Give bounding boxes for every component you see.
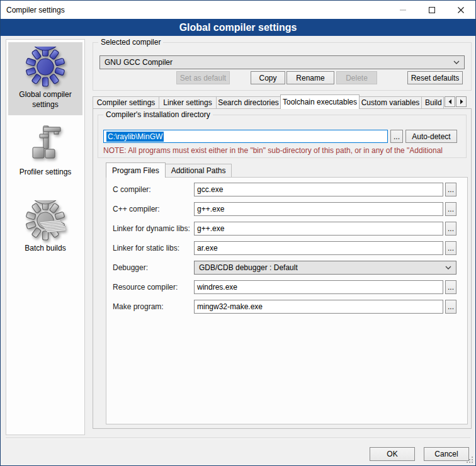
tab-search-directories[interactable]: Search directories — [216, 96, 281, 108]
selected-compiler-group-label: Selected compiler — [98, 38, 163, 47]
window-title: Compiler settings — [1, 6, 65, 14]
input-value: gcc.exe — [197, 185, 223, 194]
installation-note: NOTE: All programs must exist either in … — [103, 146, 463, 155]
select-value: GDB/CDB debugger : Default — [199, 263, 298, 272]
field-row-make-program: Make program:mingw32-make.exe... — [106, 300, 467, 314]
field-label: Debugger: — [113, 263, 148, 272]
resource-compiler-input[interactable]: windres.exe — [194, 280, 443, 294]
compiler-select-value: GNU GCC Compiler — [105, 58, 173, 67]
dialog-header-title: Global compiler settings — [179, 22, 297, 33]
tab-scroll-right-icon[interactable] — [456, 96, 467, 107]
browse-button[interactable]: ... — [445, 222, 456, 236]
program-files-panel: C compiler:gcc.exe...C++ compiler:g++.ex… — [106, 177, 468, 424]
installation-directory-group-label: Compiler's installation directory — [103, 110, 213, 119]
installation-directory-input[interactable]: C:\raylib\MinGW — [103, 130, 388, 143]
sidebar-item-global-compiler-settings[interactable]: Global compiler settings — [8, 42, 82, 115]
input-value: ar.exe — [197, 244, 218, 253]
c-compiler-input[interactable]: g++.exe — [194, 202, 443, 216]
field-label: Resource compiler: — [113, 283, 178, 292]
browse-button[interactable]: ... — [445, 202, 456, 216]
subtab-label: Program Files — [112, 166, 159, 175]
titlebar: Compiler settings — [1, 1, 475, 19]
chevron-down-icon — [445, 266, 451, 270]
settings-tabstrip: Compiler settingsLinker settingsSearch d… — [93, 94, 472, 109]
browse-button[interactable]: ... — [445, 241, 456, 255]
field-label: C++ compiler: — [113, 205, 160, 213]
subtab-additional-paths[interactable]: Additional Paths — [165, 164, 232, 177]
linker-for-dynamic-libs-input[interactable]: g++.exe — [194, 222, 443, 236]
field-row-linker-for-static-libs: Linker for static libs:ar.exe... — [106, 241, 467, 255]
dialog-header: Global compiler settings — [1, 19, 475, 36]
c-compiler-input[interactable]: gcc.exe — [194, 183, 443, 196]
tab-build-options[interactable]: Build options — [421, 96, 444, 108]
program-files-tabstrip: Program FilesAdditional Paths — [106, 162, 231, 178]
installation-directory-group: Compiler's installation directory C:\ray… — [98, 115, 467, 158]
installation-directory-value: C:\raylib\MinGW — [106, 132, 164, 142]
field-row-c-compiler: C++ compiler:g++.exe... — [106, 202, 467, 216]
copy-button[interactable]: Copy — [251, 71, 285, 84]
input-value: windres.exe — [197, 283, 237, 292]
close-icon[interactable] — [446, 1, 475, 19]
cancel-button[interactable]: Cancel — [424, 447, 469, 461]
sidebar-item-batch-builds[interactable]: Batch builds — [8, 196, 82, 259]
profiler-caliper-icon — [25, 124, 65, 164]
browse-button[interactable]: ... — [445, 183, 456, 196]
tab-scroll-controls — [445, 96, 467, 107]
chevron-down-icon — [453, 60, 460, 64]
sidebar-item-label: Global compiler settings — [9, 90, 81, 110]
tab-label: Build options — [425, 98, 444, 107]
delete-button: Delete — [336, 71, 377, 84]
footer-separator — [6, 438, 470, 439]
make-program-input[interactable]: mingw32-make.exe — [194, 300, 443, 314]
sidebar-item-label: Batch builds — [25, 244, 65, 254]
settings-category-sidebar: Global compiler settings Profiler settin… — [6, 39, 85, 435]
field-label: Linker for static libs: — [113, 244, 179, 253]
field-row-c-compiler: C compiler:gcc.exe... — [106, 183, 467, 196]
ok-button[interactable]: OK — [370, 447, 415, 461]
debugger-select[interactable]: GDB/CDB debugger : Default — [194, 261, 456, 275]
field-label: C compiler: — [113, 185, 151, 194]
tab-linker-settings[interactable]: Linker settings — [159, 96, 217, 108]
tab-custom-variables[interactable]: Custom variables — [359, 96, 422, 108]
tab-label: Search directories — [218, 98, 279, 107]
compiler-select[interactable]: GNU GCC Compiler — [99, 55, 465, 69]
tab-label: Custom variables — [361, 98, 420, 107]
selected-compiler-group: Selected compiler GNU GCC Compiler Set a… — [93, 42, 472, 91]
browse-directory-button[interactable]: ... — [390, 130, 403, 143]
auto-detect-button[interactable]: Auto-detect — [405, 130, 457, 143]
tab-label: Toolchain executables — [283, 98, 357, 106]
input-value: g++.exe — [197, 224, 224, 233]
input-value: g++.exe — [197, 205, 224, 213]
maximize-icon[interactable] — [417, 1, 446, 19]
resize-grip[interactable] — [466, 456, 473, 463]
subtab-label: Additional Paths — [171, 166, 226, 175]
field-row-linker-for-dynamic-libs: Linker for dynamic libs:g++.exe... — [106, 222, 467, 236]
reset-defaults-button[interactable]: Reset defaults — [407, 71, 463, 84]
rename-button[interactable]: Rename — [286, 71, 334, 84]
tab-label: Compiler settings — [97, 98, 156, 107]
field-row-resource-compiler: Resource compiler:windres.exe... — [106, 280, 467, 294]
tab-label: Linker settings — [163, 98, 212, 107]
global-compiler-gear-icon — [25, 47, 65, 87]
compiler-settings-window: Compiler settings Global compiler settin… — [0, 0, 476, 466]
field-label: Linker for dynamic libs: — [113, 224, 190, 233]
field-label: Make program: — [113, 302, 164, 311]
browse-button[interactable]: ... — [445, 280, 456, 294]
window-controls — [388, 1, 475, 19]
tab-compiler-settings[interactable]: Compiler settings — [93, 96, 159, 108]
tab-scroll-left-icon[interactable] — [445, 96, 455, 107]
sidebar-item-label: Profiler settings — [20, 168, 72, 178]
input-value: mingw32-make.exe — [197, 302, 263, 311]
subtab-program-files[interactable]: Program Files — [106, 162, 166, 178]
toolchain-executables-page: Compiler's installation directory C:\ray… — [93, 108, 472, 429]
set-as-default-button: Set as default — [176, 71, 230, 84]
batch-builds-gear-icon — [25, 200, 65, 241]
minimize-icon[interactable] — [388, 1, 417, 19]
tab-toolchain-executables[interactable]: Toolchain executables — [280, 94, 360, 109]
field-row-debugger: Debugger:GDB/CDB debugger : Default — [106, 261, 467, 275]
sidebar-item-profiler-settings[interactable]: Profiler settings — [8, 120, 82, 183]
linker-for-static-libs-input[interactable]: ar.exe — [194, 241, 443, 255]
browse-button[interactable]: ... — [445, 300, 456, 314]
